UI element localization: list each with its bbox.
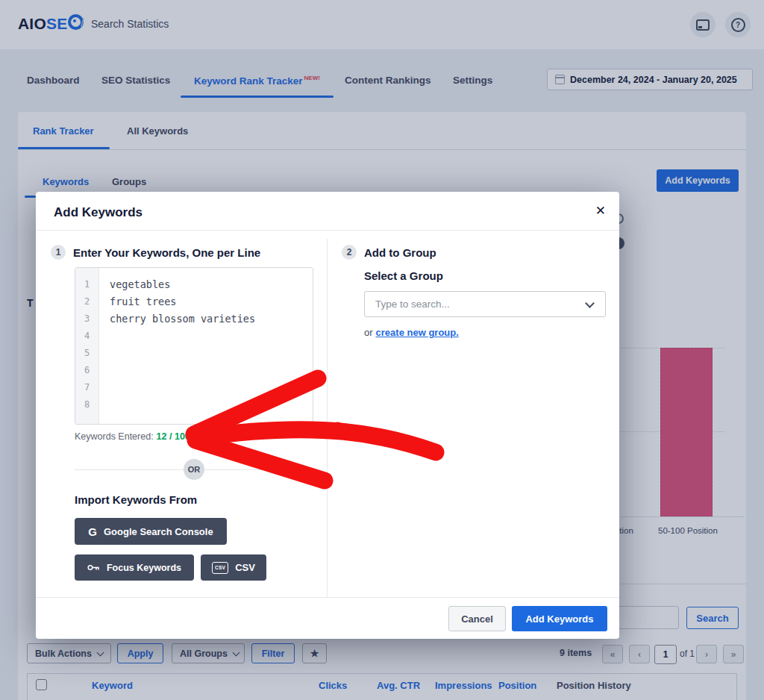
- logo-text-blue: SE: [46, 15, 67, 32]
- keywords-counter-label: Keywords Entered:: [75, 431, 154, 442]
- line-number: 1: [75, 276, 98, 293]
- help-icon: ?: [731, 18, 745, 32]
- line-number: 5: [75, 345, 98, 362]
- calendar-icon: [555, 75, 565, 84]
- line-number: 8: [75, 396, 98, 413]
- group-select-placeholder: Type to search...: [375, 299, 586, 310]
- tab-groups[interactable]: Groups: [112, 176, 146, 187]
- line-number: 4: [75, 328, 98, 345]
- keywords-counter: Keywords Entered:12 / 100: [75, 429, 190, 443]
- csv-import-button[interactable]: CSV CSV: [201, 554, 266, 581]
- breadcrumb-separator: /: [81, 16, 84, 30]
- new-badge: NEW!: [304, 75, 320, 81]
- keyword-line: vegetables: [110, 276, 255, 293]
- display-settings-button[interactable]: [690, 12, 716, 37]
- select-group-heading: Select a Group: [364, 269, 443, 282]
- all-groups-label: All Groups: [180, 649, 228, 659]
- favorites-star-button[interactable]: ★: [302, 643, 327, 663]
- tab-content-rankings[interactable]: Content Rankings: [345, 75, 431, 86]
- csv-label: CSV: [235, 562, 255, 573]
- add-keywords-modal: Add Keywords ✕ 1 Enter Your Keywords, On…: [36, 192, 619, 639]
- filter-button[interactable]: Filter: [251, 643, 295, 663]
- logo-text-dark: AIO: [18, 15, 46, 32]
- all-groups-dropdown[interactable]: All Groups: [172, 643, 245, 663]
- pagination-of-label: of 1: [680, 649, 695, 659]
- create-group-row: orcreate new group.: [364, 325, 459, 339]
- pagination-next-button[interactable]: ›: [696, 645, 717, 663]
- tab-seo-statistics[interactable]: SEO Statistics: [101, 75, 170, 86]
- chart-label-50-100: 50-100 Position: [658, 526, 718, 535]
- tab-all-keywords[interactable]: All Keywords: [127, 125, 188, 137]
- chevron-down-icon: [585, 299, 595, 308]
- tab-rank-tracker[interactable]: Rank Tracker: [33, 125, 94, 137]
- pagination-page-input[interactable]: 1: [654, 645, 677, 664]
- editor-line-number-gutter: 1 2 3 4 5 6 7 8: [75, 268, 99, 424]
- top-header: AIOSE / Search Statistics ?: [0, 0, 764, 49]
- col-position[interactable]: Position: [498, 680, 536, 691]
- star-icon: ★: [310, 648, 319, 659]
- google-search-console-button[interactable]: G Google Search Console: [75, 518, 227, 545]
- add-keywords-button-background[interactable]: Add Keywords: [657, 169, 739, 192]
- step-1-heading: Enter Your Keywords, One per Line: [73, 246, 260, 259]
- line-number: 2: [75, 293, 98, 310]
- or-text: or: [364, 327, 373, 338]
- apply-button[interactable]: Apply: [117, 643, 163, 663]
- line-number: 7: [75, 379, 98, 396]
- create-new-group-link[interactable]: create new group.: [376, 327, 459, 338]
- modal-add-keywords-button[interactable]: Add Keywords: [512, 606, 607, 631]
- modal-column-divider: [327, 239, 328, 597]
- keywords-underline-partial: [25, 196, 36, 198]
- google-search-console-label: Google Search Console: [104, 526, 213, 537]
- csv-file-icon: CSV: [212, 562, 228, 574]
- cancel-button[interactable]: Cancel: [448, 606, 506, 631]
- col-clicks[interactable]: Clicks: [319, 680, 347, 691]
- date-range-text: December 24, 2024 - January 20, 2025: [570, 75, 737, 85]
- step-1-badge: 1: [51, 245, 66, 260]
- app-root: AIOSE / Search Statistics ? Dashboard SE…: [0, 0, 764, 700]
- search-button[interactable]: Search: [686, 607, 739, 629]
- keyword-line: cherry blossom varieties: [110, 310, 255, 328]
- chevron-down-icon: [96, 649, 104, 656]
- col-keyword[interactable]: Keyword: [92, 680, 133, 691]
- chart-bar-50-100-position: [660, 348, 713, 516]
- tab-keywords[interactable]: Keywords: [43, 176, 89, 187]
- search-row-divider: [621, 584, 746, 584]
- keywords-editor[interactable]: 1 2 3 4 5 6 7 8 vegetables fruit trees c…: [75, 267, 313, 425]
- items-count: 9 items: [560, 648, 592, 658]
- active-tab-underline: [181, 96, 334, 98]
- pagination-first-button[interactable]: «: [602, 645, 623, 663]
- select-all-checkbox[interactable]: [36, 679, 47, 690]
- tab-dashboard[interactable]: Dashboard: [27, 75, 80, 86]
- col-position-history: Position History: [557, 680, 631, 691]
- pagination-last-button[interactable]: »: [723, 645, 744, 663]
- focus-keywords-label: Focus Keywords: [107, 563, 181, 573]
- keyword-line: fruit trees: [110, 293, 255, 310]
- or-badge: OR: [184, 459, 204, 480]
- chevron-down-icon: [232, 649, 239, 656]
- modal-header-divider: [36, 230, 619, 231]
- col-avg-ctr[interactable]: Avg. CTR: [377, 680, 420, 691]
- line-number: 3: [75, 310, 98, 328]
- import-heading: Import Keywords From: [75, 493, 197, 506]
- google-g-icon: G: [88, 525, 97, 538]
- step-2-badge: 2: [342, 245, 357, 260]
- help-button[interactable]: ?: [725, 12, 751, 37]
- editor-content[interactable]: vegetables fruit trees cherry blossom va…: [110, 276, 255, 328]
- close-icon[interactable]: ✕: [595, 203, 606, 219]
- date-range-picker[interactable]: December 24, 2024 - January 20, 2025: [547, 69, 753, 90]
- monitor-icon: [696, 19, 710, 31]
- aioseo-logo: AIOSE: [18, 14, 84, 33]
- tab-keyword-rank-tracker-label: Keyword Rank Tracker: [194, 75, 303, 87]
- bulk-actions-label: Bulk Actions: [35, 649, 92, 659]
- step-2-heading: Add to Group: [364, 246, 436, 259]
- modal-footer-divider: [36, 597, 619, 598]
- group-select[interactable]: Type to search...: [364, 291, 606, 317]
- tab-settings[interactable]: Settings: [453, 75, 492, 86]
- pagination-prev-button[interactable]: ‹: [629, 645, 650, 663]
- modal-title: Add Keywords: [54, 205, 143, 220]
- line-number: 6: [75, 362, 98, 379]
- tab-keyword-rank-tracker[interactable]: Keyword Rank TrackerNEW!: [194, 75, 320, 87]
- bulk-actions-dropdown[interactable]: Bulk Actions: [27, 643, 111, 663]
- col-impressions[interactable]: Impressions: [435, 680, 492, 691]
- focus-keywords-button[interactable]: Focus Keywords: [75, 554, 194, 581]
